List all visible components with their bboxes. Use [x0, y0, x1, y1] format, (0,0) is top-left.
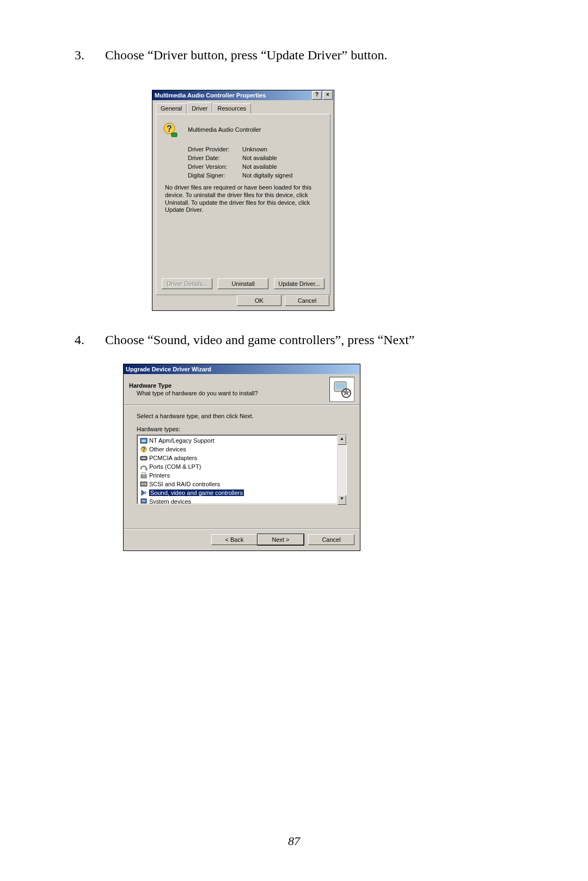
- hardware-types-listbox[interactable]: NT Apm/Legacy Support?Other devicesPCMCI…: [137, 435, 347, 504]
- svg-rect-13: [141, 475, 146, 478]
- svg-text:?: ?: [142, 446, 145, 452]
- cancel-button[interactable]: Cancel: [285, 295, 329, 306]
- step-4-text: Choose “Sound, video and game controller…: [105, 331, 588, 350]
- hardware-type-icon: ?: [139, 445, 148, 454]
- row-driver-version: Driver Version: Not available: [188, 163, 324, 170]
- list-item-label: SCSI and RAID controllers: [149, 481, 220, 487]
- value-digital-signer: Not digitally signed: [242, 172, 292, 179]
- hardware-type-icon: [139, 471, 148, 480]
- properties-titlebar: Multimedia Audio Controller Properties ?…: [152, 90, 334, 100]
- row-digital-signer: Digital Signer: Not digitally signed: [188, 172, 324, 179]
- step-4-instruction: 4. Choose “Sound, video and game control…: [75, 331, 588, 350]
- page-number: 87: [0, 834, 588, 848]
- label-digital-signer: Digital Signer:: [188, 172, 242, 179]
- properties-tabs: General Driver Resources: [156, 103, 334, 114]
- scroll-down-icon[interactable]: ▼: [338, 495, 346, 505]
- list-item[interactable]: Sound, video and game controllers: [138, 488, 345, 497]
- uninstall-button[interactable]: Uninstall: [218, 278, 268, 289]
- label-driver-date: Driver Date:: [188, 155, 242, 161]
- next-button[interactable]: Next >: [258, 534, 304, 545]
- label-driver-provider: Driver Provider:: [188, 146, 242, 152]
- list-item-label: Printers: [149, 472, 170, 479]
- wizard-dialog: Upgrade Device Driver Wizard Hardware Ty…: [123, 364, 360, 551]
- tab-resources[interactable]: Resources: [212, 103, 251, 114]
- svg-rect-7: [142, 439, 146, 442]
- wizard-header-title: Hardware Type: [129, 382, 329, 389]
- driver-details-button: Driver Details...: [162, 278, 212, 289]
- svg-rect-19: [142, 500, 145, 502]
- list-item[interactable]: Printers: [138, 471, 345, 480]
- list-item[interactable]: SCSI and RAID controllers: [138, 480, 345, 488]
- value-driver-date: Not available: [242, 155, 277, 161]
- list-item[interactable]: NT Apm/Legacy Support: [138, 436, 345, 445]
- wizard-prompt: Select a hardware type, and then click N…: [137, 413, 347, 419]
- update-driver-button[interactable]: Update Driver...: [274, 278, 324, 289]
- label-driver-version: Driver Version:: [188, 163, 242, 170]
- wizard-footer: < Back Next > Cancel: [124, 528, 360, 550]
- svg-rect-20: [142, 504, 145, 504]
- list-item[interactable]: System devices: [138, 497, 345, 504]
- svg-text:?: ?: [167, 124, 172, 133]
- hardware-types-label: Hardware types:: [137, 426, 347, 432]
- value-driver-provider: Unknown: [242, 146, 267, 152]
- step-4-number: 4.: [75, 331, 105, 350]
- tab-driver[interactable]: Driver: [187, 102, 212, 113]
- device-name: Multimedia Audio Controller: [188, 126, 261, 133]
- value-driver-version: Not available: [242, 163, 277, 170]
- step-3-text: Choose “Driver button, press “Update Dri…: [105, 46, 588, 65]
- hardware-type-icon: [139, 454, 148, 462]
- close-icon[interactable]: ×: [323, 91, 333, 100]
- hardware-type-icon: [139, 497, 148, 504]
- row-driver-date: Driver Date: Not available: [188, 155, 324, 161]
- row-driver-provider: Driver Provider: Unknown: [188, 146, 324, 152]
- svg-rect-11: [142, 457, 146, 459]
- svg-point-17: [144, 483, 146, 485]
- list-item[interactable]: ?Other devices: [138, 445, 345, 454]
- wizard-body: Select a hardware type, and then click N…: [124, 405, 360, 510]
- device-row: ? Multimedia Audio Controller: [162, 121, 324, 138]
- driver-button-row: Driver Details... Uninstall Update Drive…: [162, 278, 324, 289]
- svg-rect-4: [336, 383, 345, 389]
- hardware-type-icon: [139, 480, 148, 488]
- list-item[interactable]: Ports (COM & LPT): [138, 462, 345, 471]
- step-3-number: 3.: [75, 46, 105, 65]
- ok-cancel-row: OK Cancel: [237, 295, 329, 306]
- wizard-header-icon: [329, 377, 354, 402]
- properties-title: Multimedia Audio Controller Properties: [155, 92, 311, 99]
- list-item[interactable]: PCMCIA adapters: [138, 454, 345, 462]
- svg-point-16: [142, 483, 144, 485]
- list-item-label: PCMCIA adapters: [149, 455, 197, 461]
- list-item-label: NT Apm/Legacy Support: [149, 437, 215, 444]
- svg-rect-14: [142, 473, 145, 475]
- driver-info-text: No driver files are required or have bee…: [165, 184, 321, 214]
- list-item-label: System devices: [149, 498, 191, 504]
- back-button[interactable]: < Back: [211, 534, 258, 545]
- driver-tab-panel: ? Multimedia Audio Controller Driver Pro…: [156, 114, 330, 295]
- wizard-header: Hardware Type What type of hardware do y…: [124, 374, 360, 405]
- wizard-header-subtitle: What type of hardware do you want to ins…: [137, 390, 329, 396]
- list-item-label: Other devices: [149, 446, 186, 452]
- hardware-type-icon: [139, 462, 148, 471]
- svg-point-12: [145, 468, 148, 470]
- listbox-scrollbar[interactable]: ▲ ▼: [337, 435, 346, 505]
- hardware-type-icon: [139, 488, 148, 497]
- question-device-icon: ?: [162, 121, 179, 138]
- properties-dialog: Multimedia Audio Controller Properties ?…: [152, 90, 334, 311]
- ok-button[interactable]: OK: [237, 295, 281, 306]
- step-3-instruction: 3. Choose “Driver button, press “Update …: [75, 46, 588, 65]
- scroll-up-icon[interactable]: ▲: [338, 435, 346, 445]
- wizard-cancel-button[interactable]: Cancel: [308, 534, 354, 545]
- hardware-type-icon: [139, 436, 148, 445]
- svg-rect-2: [171, 133, 177, 137]
- list-item-label: Sound, video and game controllers: [149, 490, 244, 496]
- hardware-types-list-wrap: NT Apm/Legacy Support?Other devicesPCMCI…: [137, 435, 347, 505]
- tab-general[interactable]: General: [156, 103, 187, 114]
- list-item-label: Ports (COM & LPT): [149, 463, 201, 470]
- help-icon[interactable]: ?: [312, 91, 322, 100]
- wizard-titlebar: Upgrade Device Driver Wizard: [124, 364, 360, 374]
- wizard-title: Upgrade Device Driver Wizard: [126, 366, 211, 372]
- scroll-track[interactable]: [338, 445, 346, 495]
